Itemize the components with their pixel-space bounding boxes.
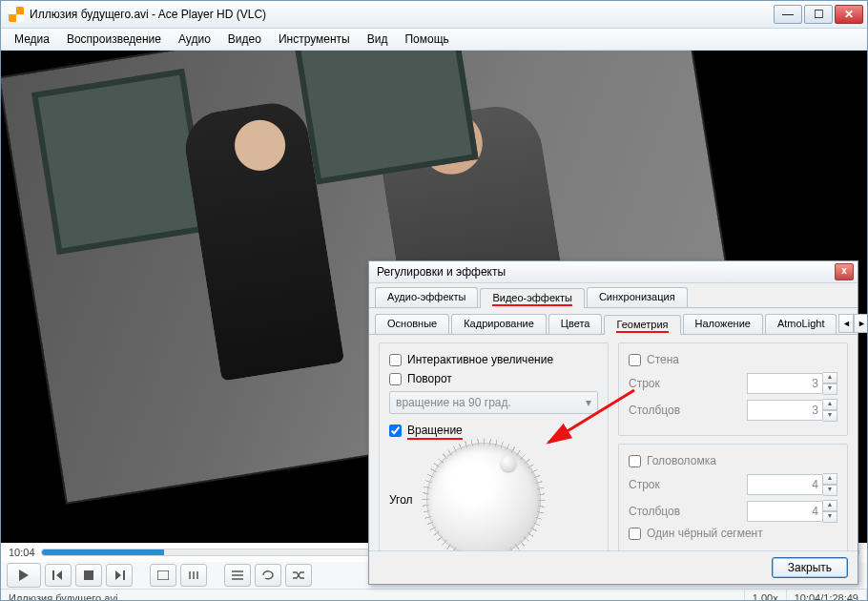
statusbar: Иллюзия будущего.avi 1.00x 10:04/1:28:49 <box>1 589 867 601</box>
status-file: Иллюзия будущего.avi <box>1 590 745 601</box>
tab-sync[interactable]: Синхронизация <box>587 287 688 307</box>
wall-rows-label: Строк <box>629 377 660 390</box>
play-button[interactable] <box>7 563 41 588</box>
main-tabs: Аудио-эффекты Видео-эффекты Синхронизаци… <box>369 283 858 308</box>
angle-label: Угол <box>389 493 413 507</box>
subtab-scroll-left[interactable]: ◄ <box>838 314 854 333</box>
prev-button[interactable] <box>45 564 72 587</box>
app-window: Иллюзия будущего.avi - Ace Player HD (VL… <box>0 0 868 601</box>
chevron-down-icon: ▾ <box>586 396 591 409</box>
window-title: Иллюзия будущего.avi - Ace Player HD (VL… <box>30 8 774 21</box>
ext-settings-button[interactable] <box>180 564 207 587</box>
menu-audio[interactable]: Аудио <box>171 31 218 48</box>
blackseg-checkbox[interactable]: Один чёрный сегмент <box>629 527 837 540</box>
menu-video[interactable]: Видео <box>220 31 269 48</box>
geometry-panel: Интерактивное увеличение Поворот вращени… <box>369 335 858 579</box>
next-button[interactable] <box>106 564 133 587</box>
menu-view[interactable]: Вид <box>360 31 396 48</box>
fullscreen-button[interactable] <box>150 564 176 587</box>
menu-tools[interactable]: Инструменты <box>271 31 358 48</box>
playlist-button[interactable] <box>224 564 251 587</box>
loop-button[interactable] <box>255 564 281 587</box>
sub-tabs: Основные Кадрирование Цвета Геометрия На… <box>369 308 858 335</box>
minimize-button[interactable]: — <box>774 5 802 24</box>
subtab-overlay[interactable]: Наложение <box>683 314 763 334</box>
dialog-footer: Закрыть <box>369 550 858 584</box>
wall-checkbox[interactable]: Стена <box>629 353 837 366</box>
wall-rows-spinner[interactable]: 3▲▼ <box>747 372 837 395</box>
close-button[interactable]: ✕ <box>835 5 863 24</box>
maximize-button[interactable]: ☐ <box>804 5 833 24</box>
dialog-close-button[interactable]: x <box>835 263 854 280</box>
rotate-combo[interactable]: вращение на 90 град.▾ <box>389 391 598 414</box>
app-icon <box>9 7 24 22</box>
stop-button[interactable] <box>75 564 102 587</box>
puzzle-cols-label: Столбцов <box>629 505 680 518</box>
rotation-dial[interactable] <box>426 443 541 557</box>
menubar: Медиа Воспроизведение Аудио Видео Инстру… <box>1 29 867 51</box>
menu-help[interactable]: Помощь <box>397 31 456 48</box>
status-time: 10:04/1:28:49 <box>787 590 867 601</box>
dialog-title: Регулировки и эффекты <box>377 265 835 279</box>
dialog-titlebar: Регулировки и эффекты x <box>369 261 858 283</box>
dial-thumb[interactable] <box>501 456 516 471</box>
subtab-basic[interactable]: Основные <box>375 314 449 334</box>
wall-cols-label: Столбцов <box>629 404 680 417</box>
wall-cols-spinner[interactable]: 3▲▼ <box>747 399 837 422</box>
shuffle-button[interactable] <box>285 564 312 587</box>
tab-video-effects[interactable]: Видео-эффекты <box>480 288 585 308</box>
menu-media[interactable]: Медиа <box>7 31 57 48</box>
person-left <box>180 98 344 382</box>
zoom-checkbox[interactable]: Интерактивное увеличение <box>389 353 598 366</box>
dialog-close-btn[interactable]: Закрыть <box>772 557 848 578</box>
status-speed: 1.00x <box>745 590 787 601</box>
tab-audio-effects[interactable]: Аудио-эффекты <box>375 287 478 307</box>
titlebar: Иллюзия будущего.avi - Ace Player HD (VL… <box>1 1 867 29</box>
effects-dialog: Регулировки и эффекты x Аудио-эффекты Ви… <box>368 260 858 585</box>
subtab-scroll-right[interactable]: ► <box>854 314 868 333</box>
puzzle-cols-spinner[interactable]: 4▲▼ <box>747 500 837 523</box>
menu-playback[interactable]: Воспроизведение <box>59 31 169 48</box>
subtab-geometry[interactable]: Геометрия <box>604 315 680 335</box>
svg-rect-1 <box>157 570 169 580</box>
subtab-crop[interactable]: Кадрирование <box>451 314 547 334</box>
subtab-atmolight[interactable]: AtmoLight <box>765 314 837 334</box>
puzzle-rows-spinner[interactable]: 4▲▼ <box>747 473 837 496</box>
subtab-colors[interactable]: Цвета <box>548 314 603 334</box>
rotate-checkbox[interactable]: Поворот <box>389 372 598 385</box>
svg-rect-0 <box>84 570 93 580</box>
elapsed-time: 10:04 <box>9 547 35 558</box>
puzzle-checkbox[interactable]: Головоломка <box>629 454 837 467</box>
puzzle-rows-label: Строк <box>629 478 660 491</box>
